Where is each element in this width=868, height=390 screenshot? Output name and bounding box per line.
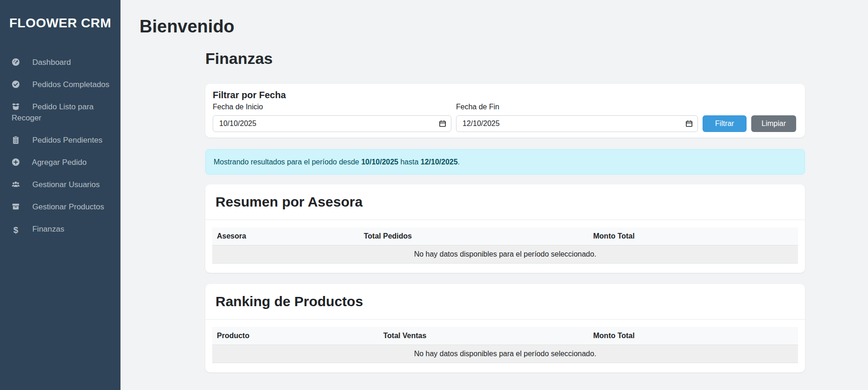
column-header-producto: Producto <box>212 327 379 345</box>
ranking-card-title: Ranking de Productos <box>215 293 795 310</box>
column-header-total-pedidos: Total Pedidos <box>359 227 589 245</box>
sidebar: FLOOWER CRM Dashboard Pedidos Completado… <box>0 0 120 390</box>
box-open-icon <box>12 102 20 111</box>
page-title: Bienvenido <box>139 15 234 38</box>
table-header-row: Producto Total Ventas Monto Total <box>212 327 798 345</box>
end-date-input[interactable] <box>456 115 698 132</box>
sidebar-item-label: Dashboard <box>32 58 71 67</box>
sidebar-item-label: Pedidos Completados <box>32 80 109 89</box>
summary-by-advisor-card: Resumen por Asesora Asesora Total Pedido… <box>205 184 805 273</box>
card-header: Ranking de Productos <box>205 284 805 320</box>
sidebar-item-pedido-listo[interactable]: Pedido Listo para Recoger <box>0 96 120 129</box>
sidebar-item-label: Pedido Listo para Recoger <box>12 102 94 122</box>
table-header-row: Asesora Total Pedidos Monto Total <box>212 227 798 245</box>
column-header-asesora: Asesora <box>212 227 359 245</box>
filter-button[interactable]: Filtrar <box>703 115 747 132</box>
clear-button[interactable]: Limpiar <box>751 115 796 132</box>
alert-text-suffix: . <box>458 158 460 166</box>
calendar-icon[interactable] <box>685 120 693 127</box>
alert-text-prefix: Mostrando resultados para el período des… <box>214 158 361 166</box>
sidebar-item-label: Pedidos Pendientes <box>32 136 102 145</box>
start-date-input[interactable] <box>213 115 451 132</box>
sidebar-item-label: Gestionar Usuarios <box>32 180 100 189</box>
alert-end-date: 12/10/2025 <box>421 158 458 166</box>
filter-title: Filtrar por Fecha <box>213 89 798 101</box>
results-info-alert: Mostrando resultados para el período des… <box>205 149 805 175</box>
date-filter-card: Filtrar por Fecha Fecha de Inicio Fecha … <box>205 84 805 138</box>
sidebar-nav: Dashboard Pedidos Completados Pedido Lis… <box>0 51 120 240</box>
sidebar-item-pedidos-pendientes[interactable]: Pedidos Pendientes <box>0 129 120 151</box>
empty-state-message: No hay datos disponibles para el período… <box>212 245 798 264</box>
card-body: Asesora Total Pedidos Monto Total No hay… <box>205 220 805 273</box>
card-body: Producto Total Ventas Monto Total No hay… <box>205 320 805 372</box>
sidebar-item-gestionar-usuarios[interactable]: Gestionar Usuarios <box>0 174 120 196</box>
filter-row: Fecha de Inicio Fecha de Fin <box>213 102 798 132</box>
clipboard-list-icon <box>12 136 20 144</box>
start-date-field: Fecha de Inicio <box>213 102 451 132</box>
sidebar-item-gestionar-productos[interactable]: Gestionar Productos <box>0 196 120 218</box>
empty-state-message: No hay datos disponibles para el período… <box>212 345 798 363</box>
column-header-monto-total: Monto Total <box>589 327 798 345</box>
finanzas-section: Finanzas Filtrar por Fecha Fecha de Inic… <box>205 49 805 384</box>
card-header: Resumen por Asesora <box>205 184 805 220</box>
end-date-field: Fecha de Fin <box>456 102 698 132</box>
finanzas-page: FLOOWER CRM Dashboard Pedidos Completado… <box>0 0 868 390</box>
section-title: Finanzas <box>205 49 805 68</box>
plus-circle-icon <box>12 158 20 166</box>
dollar-icon: $ <box>12 226 20 234</box>
end-date-label: Fecha de Fin <box>456 102 698 112</box>
column-header-monto-total: Monto Total <box>589 227 798 245</box>
sidebar-item-finanzas[interactable]: $ Finanzas <box>0 218 120 240</box>
sidebar-item-label: Agregar Pedido <box>32 158 87 167</box>
box-icon <box>12 202 20 211</box>
sidebar-item-label: Finanzas <box>32 225 64 233</box>
sidebar-item-agregar-pedido[interactable]: Agregar Pedido <box>0 151 120 174</box>
ranking-table: Producto Total Ventas Monto Total No hay… <box>212 327 798 363</box>
check-circle-icon <box>12 80 20 88</box>
sidebar-item-dashboard[interactable]: Dashboard <box>0 51 120 74</box>
product-ranking-card: Ranking de Productos Producto Total Vent… <box>205 284 805 372</box>
column-header-total-ventas: Total Ventas <box>379 327 589 345</box>
app-title: FLOOWER CRM <box>0 15 120 31</box>
sidebar-item-pedidos-completados[interactable]: Pedidos Completados <box>0 74 120 96</box>
calendar-icon[interactable] <box>439 120 446 127</box>
start-date-label: Fecha de Inicio <box>213 102 451 112</box>
alert-text-middle: hasta <box>399 158 421 166</box>
sidebar-item-label: Gestionar Productos <box>32 202 104 211</box>
users-icon <box>12 180 20 189</box>
table-row: No hay datos disponibles para el período… <box>212 345 798 363</box>
gauge-icon <box>12 58 20 66</box>
table-row: No hay datos disponibles para el período… <box>212 245 798 264</box>
summary-table: Asesora Total Pedidos Monto Total No hay… <box>212 227 798 264</box>
summary-card-title: Resumen por Asesora <box>215 194 795 210</box>
alert-start-date: 10/10/2025 <box>361 158 398 166</box>
